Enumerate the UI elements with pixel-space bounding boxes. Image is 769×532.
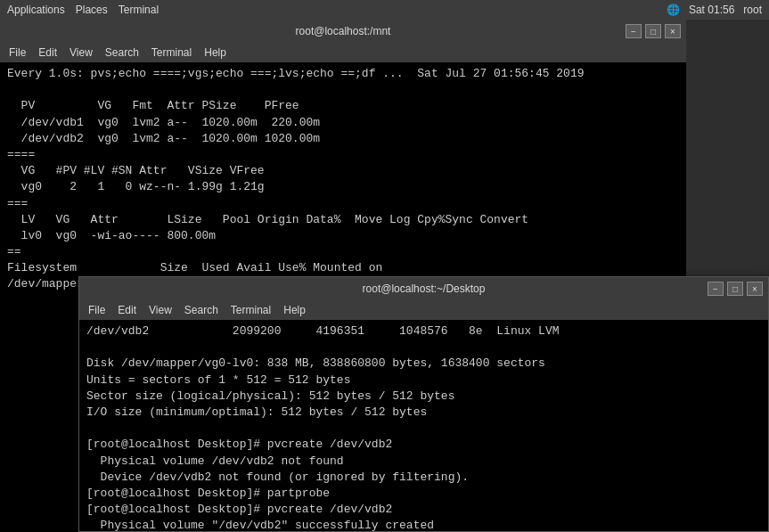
terminal-front-content[interactable]: /dev/vdb2 2099200 4196351 1048576 8e Lin…: [79, 320, 768, 531]
system-bar: Applications Places Terminal 🌐 Sat 01:56…: [0, 0, 769, 20]
terminal-front-menu: File Edit View Search Terminal Help: [79, 300, 768, 320]
menu-file-back[interactable]: File: [4, 46, 31, 59]
minimize-button-front[interactable]: −: [708, 282, 724, 296]
apps-menu[interactable]: Applications: [7, 4, 65, 16]
win-controls-back: − □ ×: [626, 24, 681, 38]
terminal-front-title: root@localhost:~/Desktop: [363, 282, 486, 295]
system-user: root: [743, 4, 762, 16]
menu-terminal-front[interactable]: Terminal: [225, 304, 276, 316]
places-menu[interactable]: Places: [76, 4, 108, 16]
menu-help-front[interactable]: Help: [278, 304, 311, 316]
terminal-back-titlebar: root@localhost:/mnt − □ ×: [0, 20, 686, 43]
terminal-back-menu: File Edit View Search Terminal Help: [0, 43, 686, 62]
terminal-front-window: root@localhost:~/Desktop − □ × File Edit…: [78, 276, 769, 532]
terminal-front-titlebar: root@localhost:~/Desktop − □ ×: [79, 277, 768, 300]
terminal-app-menu[interactable]: Terminal: [119, 4, 159, 16]
maximize-button-front[interactable]: □: [727, 282, 743, 296]
menu-edit-back[interactable]: Edit: [33, 46, 62, 59]
menu-view-back[interactable]: View: [64, 46, 98, 59]
menu-edit-front[interactable]: Edit: [112, 304, 142, 316]
close-button-back[interactable]: ×: [665, 24, 681, 38]
network-icon: 🌐: [667, 4, 680, 16]
menu-terminal-back[interactable]: Terminal: [146, 46, 197, 59]
system-time: Sat 01:56: [689, 4, 734, 16]
menu-search-front[interactable]: Search: [179, 304, 224, 316]
menu-view-front[interactable]: View: [143, 304, 177, 316]
minimize-button-back[interactable]: −: [626, 24, 642, 38]
close-button-front[interactable]: ×: [747, 282, 763, 296]
menu-file-front[interactable]: File: [83, 304, 110, 316]
maximize-button-back[interactable]: □: [645, 24, 661, 38]
menu-help-back[interactable]: Help: [199, 46, 232, 59]
terminal-back-title: root@localhost:/mnt: [296, 25, 391, 37]
win-controls-front: − □ ×: [708, 282, 763, 296]
menu-search-back[interactable]: Search: [100, 46, 144, 59]
